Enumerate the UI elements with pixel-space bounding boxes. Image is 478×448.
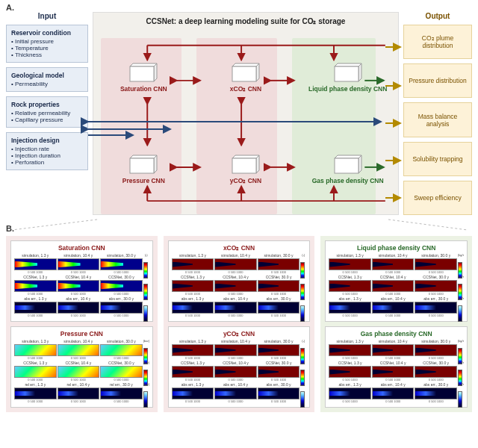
mini-colorbar: (kg/m³)	[458, 297, 464, 318]
b-card-yco2: yCO₂ CNN simulation, 1.3 y 0 500 1000 si…	[168, 326, 311, 408]
mini-colorbar: (-)	[300, 383, 306, 404]
cnn-yco2-lbl: yCO₂ CNN	[230, 178, 261, 184]
mini-plot: simulation, 30.0 y 0 500 1000	[100, 340, 143, 361]
input-rock-item: Relative permeability	[11, 110, 83, 116]
input-reservoir-hdr: Reservoir condition	[11, 29, 83, 37]
mini-plot: abs err., 10.4 y 0 500 1000	[372, 297, 415, 318]
mini-plot: CCSNet, 10.4 y 0 500 1000	[372, 361, 415, 382]
input-rock-item: Capillary pressure	[11, 116, 83, 123]
mini-plot: CCSNet, 30.0 y 0 500 1000	[415, 276, 457, 296]
output-solubility: Solubility trapping	[403, 142, 472, 176]
mini-plot: simulation, 1.3 y 0 500 1000	[14, 340, 57, 361]
input-reservoir: Reservoir condition Initial pressure Tem…	[6, 25, 88, 63]
svg-marker-1	[154, 63, 157, 81]
mini-plot: CCSNet, 30.0 y 0 500 1000	[258, 276, 300, 296]
input-reservoir-item: Temperature	[11, 45, 83, 52]
mini-plot: abs err., 30.0 y 0 500 1000	[258, 383, 300, 404]
panel-b-label: B.	[6, 224, 472, 233]
mini-colorbar: (bar)	[143, 340, 149, 361]
mini-plot: simulation, 10.4 y 0 500 1000	[372, 340, 415, 361]
cnn-xco2-lbl: xCO₂ CNN	[230, 86, 261, 93]
mini-plot: simulation, 1.3 y 0 500 1000	[172, 254, 214, 275]
svg-marker-16	[358, 155, 361, 173]
mini-plot: rel err., 10.4 y 0 500 1000	[58, 383, 100, 404]
mini-plot: CCSNet, 1.3 y 0 500 1000	[329, 361, 371, 382]
mini-plot: CCSNet, 30.0 y 0 500 1000	[258, 361, 300, 382]
mini-plot: CCSNet, 10.4 y 0 500 1000	[214, 276, 257, 296]
mini-colorbar: (kg/m³)	[458, 383, 464, 404]
b-col-2: xCO₂ CNN simulation, 1.3 y 0 500 1000 si…	[164, 236, 315, 412]
b-card-liq: Liquid phase density CNN simulation, 1.3…	[325, 240, 468, 322]
input-geo: Geological model Permeability	[6, 67, 88, 92]
svg-marker-15	[335, 155, 361, 158]
mini-plot: CCSNet, 1.3 y 0 500 1000	[329, 276, 371, 296]
mini-plot: simulation, 30.0 y 0 500 1000	[415, 340, 457, 361]
mini-plot: simulation, 10.4 y 0 500 1000	[372, 254, 415, 275]
mini-plot: simulation, 10.4 y 0 500 1000	[214, 254, 257, 275]
mini-plot: abs err., 10.4 y 0 500 1000	[214, 383, 257, 404]
input-reservoir-item: Initial pressure	[11, 38, 83, 45]
cnn-xco2: xCO₂ CNN	[206, 41, 286, 112]
svg-rect-11	[130, 158, 154, 173]
input-inj-item: Perforation	[11, 159, 83, 166]
output-sweep: Sweep efficiency	[403, 181, 472, 215]
svg-marker-7	[358, 63, 361, 81]
svg-marker-12	[232, 155, 259, 158]
mini-colorbar: (-)	[143, 276, 149, 296]
input-inj-item: Injection rate	[11, 146, 83, 152]
svg-marker-10	[154, 155, 157, 173]
mini-plot: CCSNet, 30.0 y 0 500 1000	[100, 276, 143, 296]
mini-plot: rel err., 1.3 y 0 500 1000	[14, 383, 57, 404]
svg-marker-3	[232, 63, 259, 66]
svg-rect-2	[130, 66, 154, 81]
b-col-1: Saturation CNN simulation, 1.3 y 0 500 1…	[6, 236, 158, 412]
mini-colorbar: (bar)	[143, 383, 149, 404]
mini-plot: abs err., 1.3 y 0 500 1000	[14, 297, 57, 318]
mini-plot: simulation, 30.0 y 0 500 1000	[258, 340, 300, 361]
cnn-pressure-lbl: Pressure CNN	[122, 178, 165, 184]
mini-plot: abs err., 10.4 y 0 500 1000	[58, 297, 100, 318]
cnn-liquid-lbl: Liquid phase density CNN	[308, 86, 387, 93]
b-card-press: Pressure CNN simulation, 1.3 y 0 500 100…	[10, 326, 153, 408]
mini-plot: CCSNet, 1.3 y 0 500 1000	[172, 361, 214, 382]
input-inj-item: Injection duration	[11, 152, 83, 159]
mini-plot: abs err., 30.0 y 0 500 1000	[415, 383, 457, 404]
output-pressure: Pressure distribution	[403, 63, 472, 98]
cnn-gas: Gas phase density CNN	[308, 133, 388, 204]
output-column: Output CO₂ plume distribution Pressure d…	[403, 12, 472, 215]
output-mass: Mass balance analysis	[403, 102, 472, 137]
cnn-saturation: Saturation CNN	[104, 41, 184, 112]
input-column: Input Reservoir condition Initial pressu…	[6, 12, 88, 215]
mini-plot: abs err., 1.3 y 0 500 1000	[329, 297, 371, 318]
ccsnet-title: CCSNet: a deep learning modeling suite f…	[93, 17, 398, 25]
mini-colorbar: (-)	[143, 297, 149, 318]
input-geo-item: Permeability	[11, 81, 83, 87]
mini-plot: simulation, 10.4 y 0 500 1000	[58, 340, 100, 361]
mini-colorbar: (bar)	[143, 361, 149, 382]
svg-rect-8	[335, 66, 358, 81]
mini-plot: abs err., 10.4 y 0 500 1000	[372, 383, 415, 404]
section-b-panel: B. Saturation CNN simulation, 1.3 y 0 50…	[0, 221, 478, 412]
svg-marker-13	[256, 155, 259, 173]
mini-plot: CCSNet, 30.0 y 0 500 1000	[415, 361, 457, 382]
cnn-yco2: yCO₂ CNN	[206, 133, 286, 204]
mini-plot: simulation, 1.3 y 0 500 1000	[172, 340, 214, 361]
mini-plot: CCSNet, 10.4 y 0 500 1000	[372, 276, 415, 296]
mini-colorbar: (kg/m³)	[458, 340, 464, 361]
mini-colorbar: (-)	[300, 340, 306, 361]
cnn-pressure: Pressure CNN	[104, 133, 184, 204]
input-inj-hdr: Injection design	[11, 137, 83, 144]
input-rock: Rock properties Relative permeability Ca…	[6, 96, 88, 128]
mini-colorbar: (kg/m³)	[458, 254, 464, 275]
mini-plot: simulation, 1.3 y 0 500 1000	[14, 254, 57, 275]
mini-plot: rel err., 30.0 y 0 500 1000	[100, 383, 143, 404]
b-col-3: Liquid phase density CNN simulation, 1.3…	[320, 236, 472, 412]
mini-colorbar: (-)	[300, 254, 306, 275]
cnn-liquid: Liquid phase density CNN	[308, 41, 388, 112]
b-card-xco2: xCO₂ CNN simulation, 1.3 y 0 500 1000 si…	[168, 240, 311, 322]
input-rock-hdr: Rock properties	[11, 101, 83, 108]
b-card-gas: Gas phase density CNN simulation, 1.3 y …	[325, 326, 468, 408]
mini-plot: simulation, 10.4 y 0 500 1000	[58, 254, 100, 275]
mini-plot: abs err., 1.3 y 0 500 1000	[329, 383, 371, 404]
svg-marker-9	[130, 155, 157, 158]
